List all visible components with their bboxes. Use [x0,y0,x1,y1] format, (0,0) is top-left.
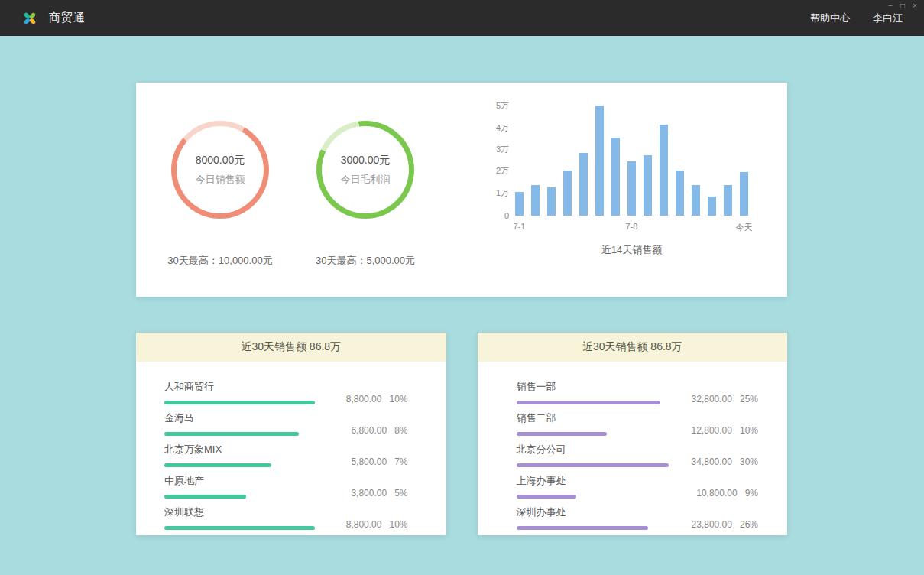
rank-cards-row: 近30天销售额 86.8万 人和商贸行 8,800.00 10% 金海马 [136,333,787,535]
chart-bar [515,192,524,216]
close-button-icon[interactable]: × [913,2,917,10]
item-value: 5,800.00 [351,456,387,467]
chart-bar [627,161,636,216]
customer-rank-list: 人和商贸行 8,800.00 10% 金海马 6,800.00 8% [136,362,446,530]
maximize-button-icon[interactable]: □ [900,2,905,10]
progress-bar [517,401,660,404]
x-tick-label: 7-1 [514,222,526,231]
chart-bar [547,187,556,216]
y-axis: 01万2万3万4万5万 [486,101,509,216]
user-name-link[interactable]: 李白江 [873,11,903,25]
list-item: 人和商贸行 8,800.00 10% [164,380,408,404]
titlebar: − □ × 商贸通 帮助中心 李白江 [0,0,924,36]
customer-rank-title: 近30天销售额 86.8万 [136,333,446,362]
list-item: 中原地产 3,800.00 5% [164,474,408,499]
chart-bar [692,185,700,216]
help-center-link[interactable]: 帮助中心 [810,11,850,25]
chart-bar [708,197,716,216]
progress-bar [164,463,271,467]
today-sales-label: 今日销售额 [196,173,245,187]
app-title: 商贸通 [49,11,86,25]
list-item: 上海办事处 10,800.00 9% [517,474,759,499]
item-percent: 26% [740,519,758,530]
list-item: 北京分公司 34,800.00 30% [517,443,759,467]
progress-bar [164,432,299,436]
today-profit-ring-block: 3000.00元 今日毛利润 30天最高：5,000.00元 [293,83,438,297]
item-percent: 30% [740,456,758,467]
window-controls: − □ × [888,2,917,10]
item-value: 34,800.00 [692,456,732,467]
donut-ring-center: 8000.00元 今日销售额 [177,126,264,213]
list-item: 深圳联想 8,800.00 10% [164,505,408,530]
item-value: 3,800.00 [351,488,387,499]
department-rank-list: 销售一部 32,800.00 25% 销售二部 12,800.00 10% [478,362,788,530]
x-tick-label: 7-8 [626,222,638,231]
item-name: 深圳联想 [164,505,324,519]
dashboard-content: 8000.00元 今日销售额 30天最高：10,000.00元 3000.00元… [136,83,787,535]
chart-bar [531,185,540,216]
today-profit-30day-max: 30天最高：5,000.00元 [316,254,415,268]
donut-ring-center: 3000.00元 今日毛利润 [322,126,409,213]
today-profit-label: 今日毛利润 [341,173,391,187]
list-item: 销售一部 32,800.00 25% [517,380,759,404]
item-percent: 10% [389,519,407,530]
list-item: 金海马 6,800.00 8% [164,411,408,436]
progress-bar [517,495,576,499]
chart-caption: 近14天销售额 [515,243,748,257]
item-value: 23,800.00 [692,519,732,530]
list-item: 销售二部 12,800.00 10% [517,411,759,436]
today-sales-ring-block: 8000.00元 今日销售额 30天最高：10,000.00元 [148,83,293,297]
today-profit-donut-ring: 3000.00元 今日毛利润 [316,121,414,219]
today-sales-30day-max: 30天最高：10,000.00元 [167,254,272,268]
department-rank-card: 近30天销售额 86.8万 销售一部 32,800.00 25% 销售二部 [478,333,788,535]
progress-bar [164,401,315,404]
item-name: 上海办事处 [517,474,675,488]
item-name: 销售二部 [517,411,675,425]
progress-bar [164,495,246,499]
item-percent: 10% [389,394,407,404]
chart-bar [660,125,668,216]
item-name: 人和商贸行 [164,380,324,394]
chart-bar [595,106,604,216]
item-name: 北京分公司 [517,443,675,456]
item-value: 6,800.00 [351,425,387,436]
today-profit-value: 3000.00元 [341,154,391,167]
list-item: 北京万象MIX 5,800.00 7% [164,443,408,467]
item-percent: 9% [745,488,758,499]
x-axis: 7-17-8今天 [515,216,748,232]
list-item: 深圳办事处 23,800.00 26% [517,505,759,530]
item-percent: 7% [394,456,407,467]
item-name: 中原地产 [164,474,324,488]
chart-bar [740,172,748,216]
bar-chart-plot [515,101,748,216]
progress-bar [517,526,648,530]
department-rank-title: 近30天销售额 86.8万 [478,333,788,362]
y-tick-label: 3万 [496,144,509,155]
progress-bar [517,463,669,467]
progress-bar [164,526,315,530]
y-tick-label: 0 [504,211,509,220]
chart-bar [611,138,620,216]
item-name: 销售一部 [517,380,675,394]
item-percent: 10% [740,425,758,436]
item-value: 8,800.00 [346,519,382,530]
progress-bar [517,432,607,436]
summary-card: 8000.00元 今日销售额 30天最高：10,000.00元 3000.00元… [136,83,787,297]
pinwheel-logo-icon [21,10,38,27]
item-name: 北京万象MIX [164,443,324,456]
item-percent: 8% [394,425,407,436]
y-tick-label: 4万 [496,122,509,134]
y-tick-label: 1万 [496,187,509,199]
chart-bar [563,171,572,216]
today-sales-value: 8000.00元 [196,154,245,167]
chart-bar [579,153,588,216]
item-value: 32,800.00 [692,394,732,404]
item-value: 8,800.00 [346,394,382,404]
minimize-button-icon[interactable]: − [888,2,893,10]
x-tick-label: 今天 [736,222,753,233]
item-name: 金海马 [164,411,324,425]
today-sales-donut-ring: 8000.00元 今日销售额 [171,121,269,219]
item-percent: 25% [740,394,758,404]
item-percent: 5% [394,488,407,499]
sales-bar-chart: 01万2万3万4万5万 7-17-8今天 近14天销售额 [486,83,748,297]
